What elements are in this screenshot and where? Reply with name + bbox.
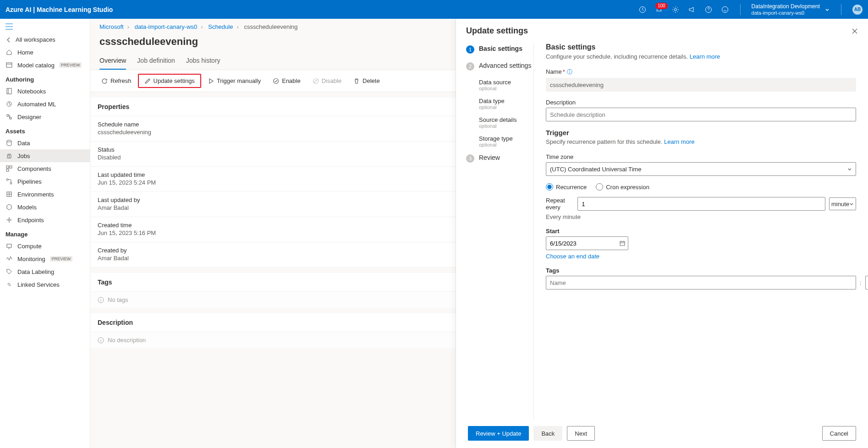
review-update-button[interactable]: Review + Update xyxy=(468,426,529,441)
nav-designer[interactable]: Designer xyxy=(0,110,90,123)
nav-linked[interactable]: Linked Services xyxy=(0,278,90,291)
nav-environments[interactable]: Environments xyxy=(0,188,90,201)
calendar-icon[interactable] xyxy=(619,240,626,246)
page-title: cssscheduleevening xyxy=(90,33,456,54)
catalog-icon xyxy=(5,61,13,69)
svg-rect-15 xyxy=(7,244,11,247)
substep-data-source[interactable]: Data sourceoptional xyxy=(479,77,533,96)
notifications-icon[interactable]: 100 xyxy=(655,5,663,14)
preview-badge: PREVIEW xyxy=(59,62,82,68)
svg-rect-10 xyxy=(6,169,9,171)
nav-pipelines[interactable]: Pipelines xyxy=(0,175,90,188)
timezone-select[interactable] xyxy=(546,162,856,176)
delete-button[interactable]: Delete xyxy=(348,75,385,87)
compute-icon xyxy=(5,242,13,250)
properties-card: Properties Schedule namecssscheduleeveni… xyxy=(90,98,456,268)
nav-models[interactable]: Models xyxy=(0,201,90,213)
account-switcher[interactable]: DataIntegration Devlopment data-import-c… xyxy=(752,3,830,16)
nav-section-assets: Assets xyxy=(0,123,90,137)
radio-cron[interactable]: Cron expression xyxy=(596,183,649,191)
properties-title: Properties xyxy=(90,98,456,116)
tag-name-input[interactable] xyxy=(546,276,856,290)
breadcrumb-link[interactable]: Schedule xyxy=(208,23,233,30)
nav-home[interactable]: Home xyxy=(0,46,90,59)
back-button[interactable]: Back xyxy=(533,426,562,441)
nav-notebooks[interactable]: Notebooks xyxy=(0,85,90,98)
back-all-workspaces[interactable]: All workspaces xyxy=(0,33,90,46)
trigger-manually-button[interactable]: Trigger manually xyxy=(202,75,266,87)
nav-labeling[interactable]: Data Labeling xyxy=(0,265,90,278)
tags-title: Tags xyxy=(90,273,456,292)
svg-point-11 xyxy=(6,179,8,180)
nav-automl[interactable]: Automated ML xyxy=(0,98,90,110)
next-button[interactable]: Next xyxy=(567,426,595,441)
nav-components[interactable]: Components xyxy=(0,162,90,175)
enable-button[interactable]: Enable xyxy=(267,75,306,87)
settings-icon[interactable] xyxy=(671,5,680,14)
notification-badge: 100 xyxy=(655,3,668,9)
breadcrumb-link[interactable]: Microsoft xyxy=(99,23,124,30)
avatar[interactable]: AB xyxy=(852,5,863,15)
tag-value-input[interactable] xyxy=(865,276,868,290)
property-row: Created timeJun 15, 2023 5:16 PM xyxy=(90,217,456,242)
nav-endpoints[interactable]: Endpoints xyxy=(0,213,90,226)
megaphone-icon[interactable] xyxy=(688,5,696,14)
substep-data-type[interactable]: Data typeoptional xyxy=(479,96,533,115)
automl-icon xyxy=(5,100,13,108)
learn-more-link[interactable]: Learn more xyxy=(664,138,694,145)
tab-job-definition[interactable]: Job definition xyxy=(137,54,175,70)
repeat-unit-select[interactable]: minute xyxy=(829,197,856,210)
help-icon[interactable] xyxy=(704,5,713,14)
step-review[interactable]: 3Review xyxy=(466,152,533,169)
nav-compute[interactable]: Compute xyxy=(0,240,90,252)
header-icons: 100 DataIntegration Devlopment data-impo… xyxy=(638,3,863,16)
pencil-icon xyxy=(144,78,151,84)
cancel-button[interactable]: Cancel xyxy=(822,426,856,441)
update-settings-button[interactable]: Update settings xyxy=(138,74,201,88)
step-basic-settings[interactable]: 1Basic settings xyxy=(466,43,533,60)
svg-rect-9 xyxy=(10,166,12,168)
left-nav: All workspaces Home Model catalog PREVIE… xyxy=(0,19,90,448)
refresh-button[interactable]: Refresh xyxy=(96,75,137,87)
timezone-label: Time zone xyxy=(546,153,856,160)
environments-icon xyxy=(5,191,13,198)
tab-overview[interactable]: Overview xyxy=(99,54,126,70)
disable-button: Disable xyxy=(307,75,347,87)
panel-title: Update settings xyxy=(466,26,528,36)
substep-storage-type[interactable]: Storage typeoptional xyxy=(479,133,533,152)
nav-data[interactable]: Data xyxy=(0,137,90,149)
property-row: Last updated byAmar Badal xyxy=(90,192,456,217)
nav-jobs[interactable]: Jobs xyxy=(0,149,90,162)
learn-more-link[interactable]: Learn more xyxy=(690,53,720,60)
breadcrumb: Microsoft› data-import-canary-ws0› Sched… xyxy=(90,19,456,33)
form-section-subtext: Configure your schedule, including recur… xyxy=(546,53,856,60)
breadcrumb-link[interactable]: data-import-canary-ws0 xyxy=(135,23,198,30)
substep-source-details[interactable]: Source detailsoptional xyxy=(479,115,533,133)
start-date-input[interactable] xyxy=(546,236,628,250)
step-advanced-settings[interactable]: 2Advanced settings xyxy=(466,60,533,77)
tab-jobs-history[interactable]: Jobs history xyxy=(186,54,220,70)
nav-section-manage: Manage xyxy=(0,226,90,240)
close-button[interactable] xyxy=(852,28,858,34)
nav-monitoring[interactable]: MonitoringPREVIEW xyxy=(0,252,90,265)
info-icon[interactable]: ⓘ xyxy=(567,69,572,75)
models-icon xyxy=(5,203,13,211)
tags-label: Tags xyxy=(546,267,856,274)
info-icon xyxy=(98,337,104,344)
chevron-down-icon xyxy=(849,202,854,206)
jobs-icon xyxy=(5,152,13,159)
trash-icon xyxy=(353,78,360,84)
clock-icon[interactable] xyxy=(638,5,647,14)
description-input[interactable] xyxy=(546,108,856,121)
radio-recurrence[interactable]: Recurrence xyxy=(546,183,587,191)
svg-rect-4 xyxy=(6,63,12,67)
tags-empty: No tags xyxy=(90,292,456,308)
hamburger-icon[interactable] xyxy=(0,22,90,33)
feedback-icon[interactable] xyxy=(721,5,729,14)
property-row: Schedule namecssscheduleevening xyxy=(90,116,456,142)
choose-end-date-link[interactable]: Choose an end date xyxy=(546,253,599,260)
nav-model-catalog[interactable]: Model catalog PREVIEW xyxy=(0,59,90,71)
name-input[interactable] xyxy=(546,78,856,92)
repeat-value-input[interactable] xyxy=(577,197,825,211)
property-row: Last updated timeJun 15, 2023 5:24 PM xyxy=(90,167,456,192)
